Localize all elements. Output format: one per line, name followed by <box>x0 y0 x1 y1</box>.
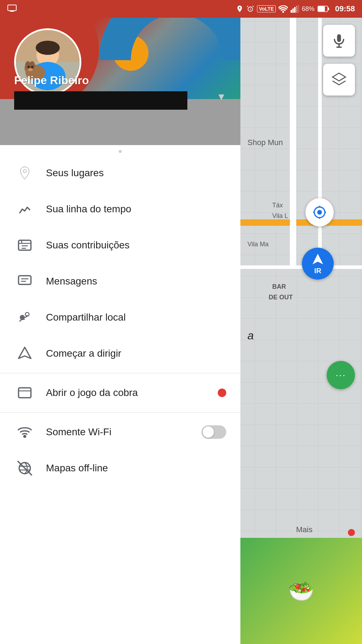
map-road <box>318 18 322 265</box>
more-button[interactable]: ··· <box>327 361 355 389</box>
volte-indicator: VoLTE <box>257 5 275 12</box>
food-thumbnail: 🥗 <box>240 538 362 644</box>
menu-item-jogo-cobra[interactable]: Abrir o jogo da cobra <box>0 375 240 411</box>
wifi-icon <box>279 5 288 13</box>
mais-label: Mais <box>296 525 313 534</box>
menu-item-seus-lugares[interactable]: Seus lugares <box>0 155 240 191</box>
menu-list: Seus lugares Sua linha do tempo <box>0 145 240 644</box>
food-red-dot <box>348 529 355 536</box>
svg-marker-3 <box>333 73 346 81</box>
map-road <box>290 18 296 265</box>
drawer-header: Felipe Ribeiro ▼ <box>0 0 240 145</box>
svg-rect-19 <box>298 5 299 13</box>
location-pin-icon <box>14 166 35 180</box>
map-label-vila: Vila L <box>272 212 288 220</box>
contributions-icon <box>14 238 35 253</box>
navigation-drawer: Felipe Ribeiro ▼ Seus lugares Sua linha … <box>0 0 240 644</box>
menu-item-wifi[interactable]: Somente Wi-Fi <box>0 414 240 450</box>
signal-icon <box>291 5 299 13</box>
menu-item-dirigir[interactable]: Começar a dirigir <box>0 335 240 372</box>
menu-divider-2 <box>0 412 240 413</box>
svg-rect-11 <box>8 5 16 11</box>
menu-label-mapas-offline: Mapas off-line <box>46 462 226 474</box>
user-email-bar <box>14 91 187 110</box>
menu-item-linha-tempo[interactable]: Sua linha do tempo <box>0 191 240 227</box>
go-label: IR <box>314 267 321 275</box>
svg-marker-10 <box>313 254 323 264</box>
my-location-button[interactable] <box>305 198 334 226</box>
menu-label-contribuicoes: Suas contribuições <box>46 240 226 251</box>
map-label-taxi: Táx <box>272 202 283 209</box>
menu-item-mapas-offline[interactable]: Mapas off-line <box>0 450 240 486</box>
svg-point-33 <box>31 66 33 68</box>
more-dots: ··· <box>335 369 346 381</box>
drag-handle <box>0 145 240 155</box>
user-name: Felipe Ribeiro <box>14 74 187 87</box>
menu-label-seus-lugares: Seus lugares <box>46 167 226 179</box>
svg-rect-21 <box>318 6 325 11</box>
game-icon <box>14 385 35 400</box>
menu-label-dirigir: Começar a dirigir <box>46 348 226 359</box>
map-label-bar: BAR <box>272 283 286 291</box>
food-image: 🥗 <box>240 538 362 644</box>
navigation-icon <box>14 346 35 361</box>
menu-item-contribuicoes[interactable]: Suas contribuições <box>0 227 240 263</box>
menu-label-wifi: Somente Wi-Fi <box>46 426 226 438</box>
location-icon <box>236 5 244 13</box>
svg-rect-22 <box>328 7 329 10</box>
svg-rect-40 <box>19 276 31 284</box>
wifi-toggle[interactable] <box>202 425 226 439</box>
toggle-knob <box>203 426 214 438</box>
menu-label-jogo-cobra: Abrir o jogo da cobra <box>46 387 226 398</box>
svg-rect-15 <box>291 10 292 13</box>
chat-icon <box>14 274 35 289</box>
alarm-icon <box>246 5 254 13</box>
map-label-deout: DE OUT <box>269 294 293 301</box>
status-bar: VoLTE 68% 09:58 <box>0 0 362 18</box>
wifi-menu-icon <box>14 425 35 439</box>
svg-point-47 <box>24 436 25 437</box>
svg-point-34 <box>28 68 33 71</box>
user-name-area: Felipe Ribeiro <box>14 74 187 110</box>
map-road <box>240 219 362 226</box>
svg-rect-18 <box>296 6 297 13</box>
account-dropdown-arrow[interactable]: ▼ <box>216 91 226 103</box>
drag-dot <box>119 150 122 153</box>
menu-item-compartilhar[interactable]: Compartilhar local <box>0 299 240 335</box>
map-road <box>240 265 362 269</box>
menu-divider-1 <box>0 373 240 373</box>
notification-badge <box>218 389 226 397</box>
status-icons: VoLTE 68% 09:58 <box>236 4 355 13</box>
svg-rect-0 <box>337 34 341 42</box>
menu-label-compartilhar: Compartilhar local <box>46 312 226 323</box>
map-label-vila2: Vila Ma <box>247 241 269 248</box>
map-label-a: a <box>247 329 254 342</box>
svg-rect-16 <box>292 8 294 13</box>
svg-point-4 <box>317 210 322 214</box>
battery-icon <box>317 6 329 12</box>
offline-map-icon <box>14 461 35 476</box>
share-location-icon <box>14 310 35 325</box>
menu-label-mensagens: Mensagens <box>46 276 226 287</box>
svg-point-32 <box>28 66 30 68</box>
svg-point-26 <box>36 41 60 55</box>
menu-item-mensagens[interactable]: Mensagens <box>0 263 240 299</box>
menu-label-linha-tempo: Sua linha do tempo <box>46 203 226 215</box>
layers-button[interactable] <box>323 64 355 96</box>
svg-point-44 <box>22 317 23 318</box>
status-time: 09:58 <box>335 4 355 13</box>
battery-percent: 68% <box>302 5 315 13</box>
svg-rect-45 <box>19 388 31 398</box>
timeline-icon <box>14 202 35 217</box>
status-screen-icon <box>7 4 17 14</box>
voice-search-button[interactable] <box>323 25 355 57</box>
svg-rect-17 <box>294 7 296 13</box>
map-label-shop: Shop Mun <box>247 138 283 147</box>
go-button[interactable]: IR <box>302 248 334 280</box>
